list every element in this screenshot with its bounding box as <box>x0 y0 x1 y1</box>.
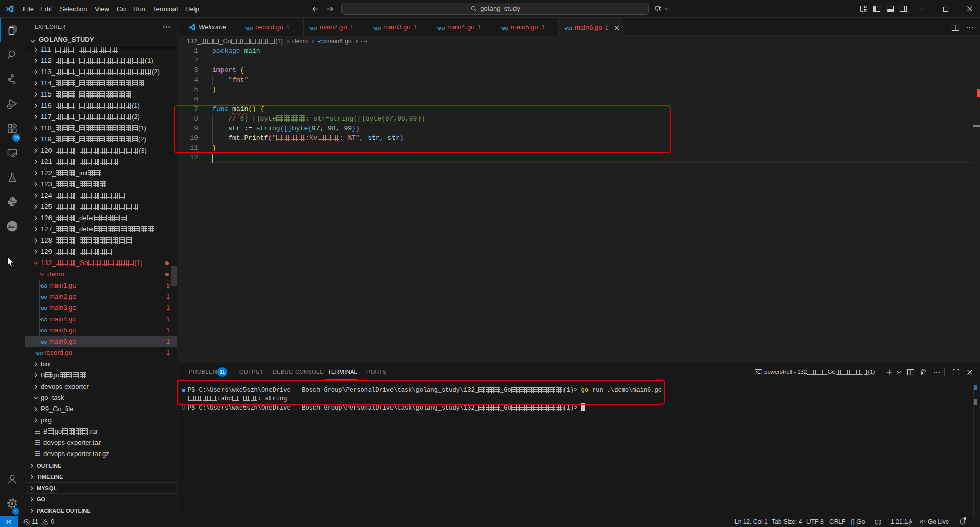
svg-text:GO: GO <box>310 26 317 31</box>
svg-text:GO: GO <box>438 26 445 31</box>
svg-text:GO: GO <box>502 26 508 31</box>
svg-text:GO: GO <box>41 306 47 311</box>
svg-text:GO: GO <box>41 328 47 333</box>
svg-text:GO: GO <box>374 26 381 31</box>
svg-text:GO: GO <box>319 39 326 44</box>
svg-text:GO: GO <box>566 26 572 31</box>
svg-text:GO: GO <box>36 351 43 356</box>
svg-text:Json: Json <box>8 224 17 229</box>
svg-text:GO: GO <box>41 317 47 322</box>
svg-text:GO: GO <box>41 283 47 289</box>
svg-text:GO: GO <box>246 26 253 31</box>
svg-text:GO: GO <box>41 340 47 345</box>
svg-text:GO: GO <box>41 295 47 300</box>
